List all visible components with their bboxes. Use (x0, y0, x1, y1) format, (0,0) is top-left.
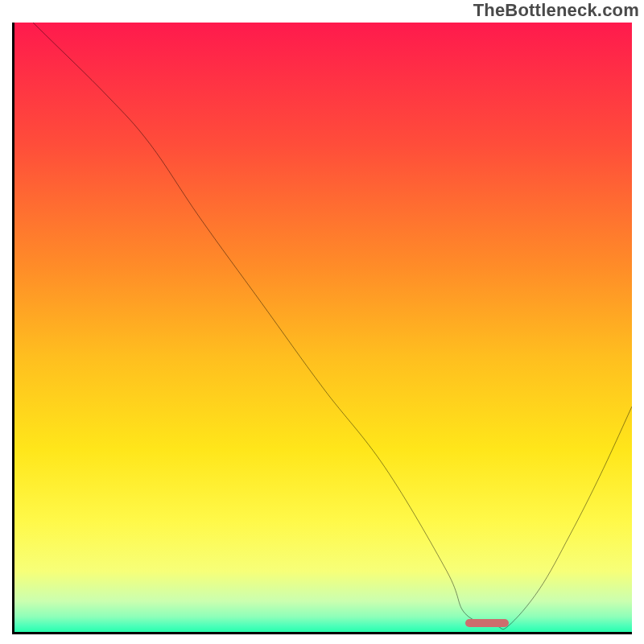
chart-stage: TheBottleneck.com (0, 0, 644, 644)
plot-area (14, 23, 632, 632)
optimal-range-marker (465, 619, 509, 627)
bottleneck-curve (14, 23, 632, 632)
plot-frame (12, 23, 632, 634)
attribution-text: TheBottleneck.com (473, 0, 639, 21)
